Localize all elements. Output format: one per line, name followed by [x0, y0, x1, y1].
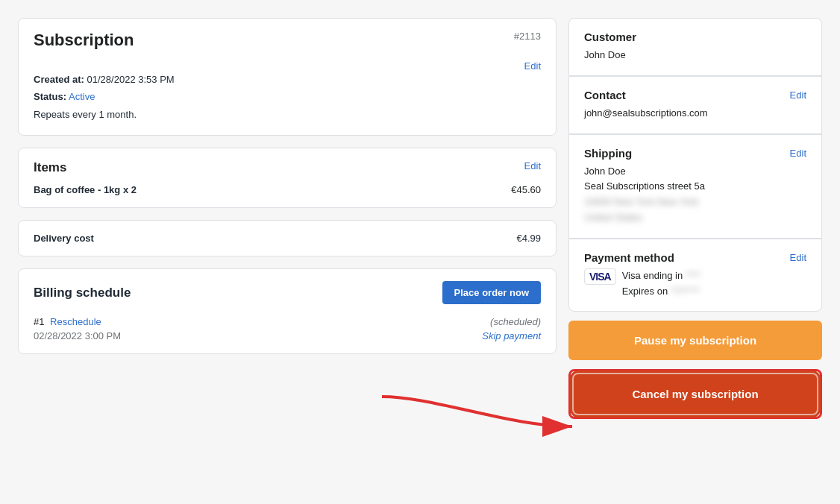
- customer-name: John Doe: [584, 48, 806, 63]
- billing-card: Billing schedule Place order now #1 Resc…: [18, 268, 557, 354]
- status-value: Active: [69, 91, 95, 102]
- item-name: Bag of coffee - 1kg x 2: [34, 184, 137, 195]
- shipping-name: John Doe: [584, 164, 806, 180]
- shipping-street: Seal Subscriptions street 5a: [584, 179, 806, 195]
- contact-edit-link[interactable]: Edit: [790, 89, 806, 101]
- shipping-title: Shipping: [584, 147, 632, 160]
- items-title: Items: [34, 160, 66, 175]
- item-price: €45.60: [511, 184, 541, 195]
- customer-card: Customer John Doe: [568, 18, 822, 76]
- cancel-section-highlight: Cancel my subscription: [568, 369, 822, 419]
- contact-card: Contact Edit john@sealsubscriptions.com: [568, 76, 822, 134]
- card-ending: ****: [686, 270, 700, 281]
- expires-label: Expires on: [622, 286, 668, 297]
- delivery-label: Delivery cost: [34, 233, 94, 244]
- right-column: Customer John Doe Contact Edit john@seal…: [568, 18, 822, 419]
- subscription-edit-link[interactable]: Edit: [524, 60, 541, 72]
- subscription-id: #2113: [514, 31, 541, 42]
- delivery-price: €4.99: [516, 233, 541, 244]
- shipping-edit-link[interactable]: Edit: [790, 148, 806, 159]
- items-card: Items Edit Bag of coffee - 1kg x 2 €45.6…: [18, 148, 557, 208]
- item-row: Bag of coffee - 1kg x 2 €45.60: [34, 184, 541, 195]
- left-column: Subscription #2113 Created at: 01/28/202…: [18, 18, 557, 419]
- created-label: Created at:: [34, 74, 84, 85]
- cancel-subscription-button[interactable]: Cancel my subscription: [574, 374, 817, 414]
- place-order-button[interactable]: Place order now: [442, 281, 541, 304]
- billing-schedule-item: #1 Reschedule (scheduled) 02/28/2022 3:0…: [34, 316, 541, 341]
- payment-edit-link[interactable]: Edit: [790, 252, 806, 263]
- status-label: Status:: [34, 91, 66, 102]
- skip-payment-link[interactable]: Skip payment: [482, 330, 541, 341]
- shipping-country: United States: [584, 210, 806, 226]
- payment-card: Payment method Edit VISA Visa ending in …: [568, 239, 822, 312]
- shipping-card: Shipping Edit John Doe Seal Subscription…: [568, 134, 822, 239]
- payment-title: Payment method: [584, 251, 674, 264]
- payment-details: Visa ending in **** Expires on **/*****: [622, 268, 700, 300]
- items-edit-link[interactable]: Edit: [524, 160, 541, 171]
- contact-email: john@sealsubscriptions.com: [584, 106, 806, 122]
- billing-date: 02/28/2022 3:00 PM: [34, 330, 121, 341]
- ending-label: Visa ending in: [622, 270, 683, 281]
- pause-subscription-button[interactable]: Pause my subscription: [568, 321, 822, 360]
- shipping-city: 10000 New York New York: [584, 195, 806, 210]
- delivery-card: Delivery cost €4.99: [18, 220, 557, 256]
- contact-title: Contact: [584, 89, 626, 101]
- repeats-text: Repeats every 1 month.: [34, 106, 175, 123]
- subscription-title: Subscription: [34, 31, 134, 50]
- created-value: 01/28/2022 3:53 PM: [87, 74, 175, 85]
- payment-info: VISA Visa ending in **** Expires on **/*…: [584, 268, 806, 300]
- card-expires: **/*****: [671, 286, 700, 297]
- action-buttons: Pause my subscription Cancel my subscrip…: [568, 321, 822, 419]
- scheduled-tag: (scheduled): [490, 316, 541, 327]
- billing-title: Billing schedule: [34, 286, 131, 300]
- reschedule-link[interactable]: Reschedule: [50, 316, 101, 327]
- visa-logo: VISA: [584, 268, 616, 285]
- action-section: Pause my subscription Cancel my subscrip…: [568, 312, 822, 419]
- subscription-meta: Created at: 01/28/2022 3:53 PM Status: A…: [34, 71, 175, 123]
- order-number: #1: [34, 316, 44, 327]
- subscription-card: Subscription #2113 Created at: 01/28/202…: [18, 18, 557, 136]
- customer-title: Customer: [584, 31, 636, 43]
